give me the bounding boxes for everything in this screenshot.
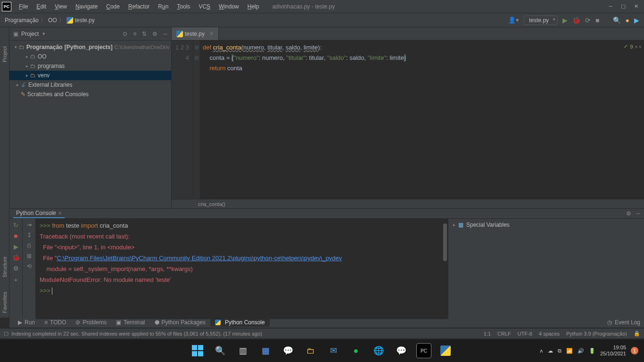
menu-edit[interactable]: Edit <box>33 2 50 11</box>
editor-breadcrumb[interactable]: cria_conta() <box>172 199 644 208</box>
print-icon[interactable]: ⎙ <box>27 242 31 249</box>
debug-console-icon[interactable]: 🐞 <box>12 254 20 261</box>
line-separator[interactable]: CRLF <box>497 331 511 337</box>
tray-volume-icon[interactable]: 🔊 <box>578 348 584 354</box>
tree-root[interactable]: ▾ 🗀 Programação [Python_projects] C:\Use… <box>9 42 171 52</box>
tw-problems[interactable]: ⊘Problems <box>71 318 111 327</box>
close-tab-icon[interactable]: ✕ <box>209 31 214 37</box>
project-panel-title[interactable]: Project <box>21 31 39 37</box>
breadcrumb-file[interactable]: teste.py <box>75 17 95 24</box>
stop-button[interactable]: ■ <box>595 16 599 24</box>
soft-wrap-icon[interactable]: ⇥ <box>27 222 32 228</box>
menu-run[interactable]: Run <box>154 2 172 11</box>
search-everywhere-icon[interactable]: 🔍 <box>613 16 621 24</box>
tray-wifi-icon[interactable]: 📶 <box>566 348 573 354</box>
tw-todo[interactable]: ≡TODO <box>40 318 71 327</box>
add-user-icon[interactable]: 👤▾ <box>508 16 519 24</box>
prev-highlight-icon[interactable]: ʌ <box>635 44 637 49</box>
tree-folder-programas[interactable]: ▸ 🗀 programas <box>9 61 171 71</box>
spotify-icon[interactable]: ● <box>348 343 363 358</box>
maximize-button[interactable]: ▢ <box>621 3 626 9</box>
tw-event-log[interactable]: ◷Event Log <box>607 319 640 326</box>
close-console-tab-icon[interactable]: ✕ <box>58 211 62 216</box>
interpreter[interactable]: Python 3.9 (Programação) <box>566 331 627 337</box>
file-explorer-icon[interactable]: 🗀 <box>303 343 318 358</box>
stop-icon[interactable]: ■ <box>14 232 18 239</box>
indent-settings[interactable]: 4 spaces <box>539 331 560 337</box>
console-tab[interactable]: Python Console ✕ <box>13 209 65 218</box>
menu-file[interactable]: File <box>15 2 32 11</box>
console-scrollbar-thumb[interactable] <box>443 223 447 261</box>
notification-badge[interactable]: 1 <box>631 347 638 354</box>
taskbar-clock[interactable]: 19:05 25/10/2021 <box>600 345 626 357</box>
tray-dropbox-icon[interactable]: ⧉ <box>558 348 561 354</box>
python-taskbar-icon[interactable] <box>439 343 454 358</box>
rail-structure[interactable]: Structure <box>2 256 8 278</box>
chrome-icon[interactable]: 🌐 <box>371 343 386 358</box>
breadcrumb-folder[interactable]: OO <box>48 17 57 24</box>
close-button[interactable]: ✕ <box>634 3 638 9</box>
attach-debugger-icon[interactable]: ⚙ <box>13 265 19 272</box>
tw-terminal[interactable]: ▣Terminal <box>111 318 149 327</box>
tw-run[interactable]: ▶Run <box>13 318 40 327</box>
tree-scratches[interactable]: ✎ Scratches and Consoles <box>9 90 171 99</box>
scroll-to-end-icon[interactable]: ↧ <box>27 232 32 239</box>
pycharm-taskbar-icon[interactable]: PC <box>416 343 431 358</box>
tray-overflow-icon[interactable]: ʌ <box>540 348 543 354</box>
special-variables-node[interactable]: ▸ ▦ Special Variables <box>453 222 639 228</box>
menu-window[interactable]: Window <box>215 2 243 11</box>
menu-refactor[interactable]: Refactor <box>124 2 153 11</box>
run-configuration-selector[interactable]: teste.py <box>524 16 558 25</box>
mail-icon[interactable]: ✉ <box>326 343 341 358</box>
caret-position[interactable]: 1:1 <box>484 331 491 337</box>
start-button[interactable] <box>190 343 205 358</box>
tray-battery-icon[interactable]: 🔋 <box>589 348 595 354</box>
ide-updates-icon[interactable]: ● <box>626 16 629 24</box>
lock-icon[interactable]: 🔒 <box>634 330 640 337</box>
tray-weather-icon[interactable]: ☁ <box>548 348 553 354</box>
show-vars-icon[interactable]: ⊞ <box>27 253 32 259</box>
taskbar-search-icon[interactable]: 🔍 <box>213 343 228 358</box>
tree-folder-oo[interactable]: ▸ 🗀 OO <box>9 52 171 61</box>
task-view-icon[interactable]: ▥ <box>235 343 250 358</box>
whatsapp-icon[interactable]: 💬 <box>394 343 409 358</box>
settings-icon[interactable]: ⚙ <box>152 31 157 37</box>
next-highlight-icon[interactable]: v <box>639 44 642 49</box>
hide-console-icon[interactable]: ─ <box>636 210 640 217</box>
rerun-icon[interactable]: ↻ <box>13 222 18 229</box>
tree-folder-venv[interactable]: ▸ 🗀 venv <box>9 71 171 80</box>
console-settings-icon[interactable]: ⚙ <box>626 210 631 217</box>
status-icon[interactable]: ▢ <box>4 330 8 337</box>
tree-external-libraries[interactable]: ▸ ⫝̸ External Libraries <box>9 80 171 90</box>
menu-vcs[interactable]: VCS <box>195 2 214 11</box>
rail-project[interactable]: Project <box>2 46 8 62</box>
new-console-icon[interactable]: ＋ <box>13 276 19 284</box>
debug-button[interactable]: 🐞 <box>572 16 580 24</box>
tree-arrow-icon[interactable]: ▸ <box>24 64 30 68</box>
menu-view[interactable]: View <box>51 2 71 11</box>
minimize-button[interactable]: ─ <box>609 3 612 9</box>
collapse-all-icon[interactable]: ⇅ <box>142 31 147 37</box>
tw-python-console[interactable]: Python Console <box>210 318 270 327</box>
menu-tools[interactable]: Tools <box>173 2 194 11</box>
inspection-indicator[interactable]: ✓ 9 ʌ v <box>624 43 641 49</box>
teams-icon[interactable]: 💬 <box>281 343 296 358</box>
expand-all-icon[interactable]: ≡ <box>133 31 136 37</box>
tree-arrow-icon[interactable]: ▾ <box>12 45 19 49</box>
code-content[interactable]: def cria_conta(numero, titular, saldo, l… <box>200 41 644 199</box>
console-output[interactable]: >>> from teste import cria_conta Traceba… <box>36 219 448 319</box>
tree-arrow-icon[interactable]: ▸ <box>24 73 30 78</box>
select-opened-file-icon[interactable]: ⊙ <box>123 31 127 37</box>
tw-packages[interactable]: ⬢Python Packages <box>150 318 210 327</box>
run-button[interactable]: ▶ <box>562 16 568 24</box>
rail-favorites[interactable]: Favorites <box>2 292 8 313</box>
breadcrumb-root[interactable]: Programação <box>5 17 39 24</box>
code-with-me-icon[interactable]: ▶ <box>634 16 639 24</box>
history-icon[interactable]: ⟲ <box>27 263 32 270</box>
tree-arrow-icon[interactable]: ▸ <box>24 54 30 59</box>
file-encoding[interactable]: UTF-8 <box>518 331 532 337</box>
widgets-icon[interactable]: ▦ <box>258 343 273 358</box>
menu-code[interactable]: Code <box>102 2 124 11</box>
execute-icon[interactable]: ▶ <box>14 243 18 250</box>
tree-arrow-icon[interactable]: ▸ <box>453 222 455 227</box>
